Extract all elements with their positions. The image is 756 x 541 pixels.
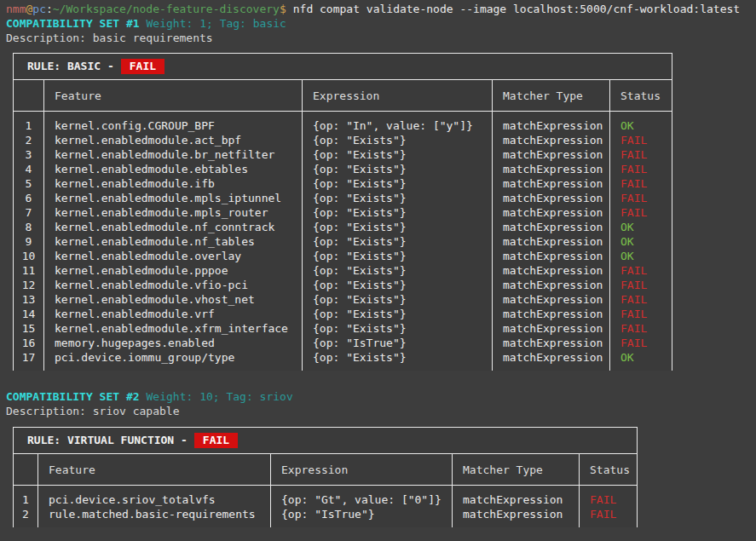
row-index: 12 (14, 278, 44, 292)
table-row: 8kernel.enabledmodule.nf_conntrack{op: "… (14, 220, 672, 234)
set1-heading: COMPATIBILITY SET #1Weight: 1; Tag: basi… (6, 16, 756, 31)
table-header-row: Feature Expression Matcher Type Status (14, 80, 672, 112)
col-header-status: Status (580, 454, 638, 486)
cell-expression: {op: "Exists"} (303, 162, 493, 176)
cell-expression: {op: "Exists"} (303, 133, 493, 147)
table-row: 11kernel.enabledmodule.pppoe{op: "Exists… (14, 263, 672, 278)
cell-matcher-type: matchExpression (493, 336, 610, 350)
cell-expression: {op: "Exists"} (303, 307, 493, 321)
table-row: 5kernel.enabledmodule.ifb{op: "Exists"}m… (14, 176, 672, 191)
row-index: 6 (14, 191, 44, 205)
set2-title: COMPATIBILITY SET #2 (6, 390, 140, 403)
table-row: 17pci.device.iommu_group/type{op: "Exist… (14, 350, 672, 371)
prompt-user: nmm (6, 3, 26, 15)
cell-feature: kernel.enabledmodule.overlay (44, 249, 303, 263)
prompt-separator: : (46, 3, 53, 15)
status-badge: FAIL (610, 292, 672, 307)
status-badge: FAIL (610, 263, 672, 278)
status-badge: FAIL (580, 486, 638, 508)
cell-feature: kernel.enabledmodule.vfio-pci (44, 278, 303, 292)
status-badge: FAIL (610, 147, 672, 162)
col-header-status: Status (610, 80, 672, 112)
cell-expression: {op: "Exists"} (303, 321, 493, 336)
cell-expression: {op: "Exists"} (303, 191, 493, 205)
cell-expression: {op: "Exists"} (303, 176, 493, 191)
cell-feature: kernel.enabledmodule.ebtables (44, 162, 303, 176)
rule-status-badge: FAIL (194, 433, 238, 448)
cell-matcher-type: matchExpression (493, 234, 610, 249)
col-header-index (14, 454, 38, 486)
cell-expression: {op: "Gt", value: ["0"]} (271, 486, 453, 508)
cell-feature: kernel.enabledmodule.mpls_iptunnel (44, 191, 303, 205)
rule-label: RULE: BASIC - (27, 60, 114, 72)
table-row: 10kernel.enabledmodule.overlay{op: "Exis… (14, 249, 672, 263)
status-badge: FAIL (610, 336, 672, 350)
rule-table-virtual-function: RULE: VIRTUAL FUNCTION -FAIL Feature Exp… (13, 427, 638, 527)
row-index: 13 (14, 292, 44, 307)
status-badge: FAIL (610, 321, 672, 336)
cell-feature: memory.hugepages.enabled (44, 336, 303, 350)
cell-feature: kernel.enabledmodule.vhost_net (44, 292, 303, 307)
status-badge: FAIL (580, 507, 638, 527)
row-index: 5 (14, 176, 44, 191)
prompt-dollar: $ (280, 3, 286, 15)
set2-description: Description: sriov capable (6, 404, 756, 418)
row-index: 4 (14, 162, 44, 176)
cell-matcher-type: matchExpression (493, 292, 610, 307)
cell-feature: kernel.config.CGROUP_BPF (44, 112, 303, 134)
rule-title-cell: RULE: VIRTUAL FUNCTION -FAIL (14, 428, 638, 454)
col-header-matcher-type: Matcher Type (453, 454, 580, 486)
cell-matcher-type: matchExpression (493, 350, 610, 371)
status-badge: OK (610, 112, 672, 134)
table-row: 12kernel.enabledmodule.vfio-pci{op: "Exi… (14, 278, 672, 292)
cell-matcher-type: matchExpression (493, 191, 610, 205)
cell-matcher-type: matchExpression (493, 205, 610, 220)
cell-feature: kernel.enabledmodule.pppoe (44, 263, 303, 278)
row-index: 9 (14, 234, 44, 249)
status-badge: FAIL (610, 278, 672, 292)
row-index: 15 (14, 321, 44, 336)
cell-matcher-type: matchExpression (493, 112, 610, 134)
row-index: 17 (14, 350, 44, 371)
cell-matcher-type: matchExpression (493, 263, 610, 278)
table-row: 2rule.matched.basic-requirements{op: "Is… (14, 507, 638, 527)
terminal[interactable]: nmm@pc:~/Workspace/node-feature-discover… (0, 0, 756, 541)
cell-matcher-type: matchExpression (493, 176, 610, 191)
table-row: 1pci.device.sriov_totalvfs{op: "Gt", val… (14, 486, 638, 508)
cell-matcher-type: matchExpression (453, 507, 580, 527)
rule-title-row: RULE: BASIC -FAIL (14, 54, 672, 80)
row-index: 14 (14, 307, 44, 321)
status-badge: FAIL (610, 162, 672, 176)
table-header-row: Feature Expression Matcher Type Status (14, 454, 638, 486)
cell-expression: {op: "Exists"} (303, 220, 493, 234)
status-badge: OK (610, 350, 672, 371)
table-row: 14kernel.enabledmodule.vrf{op: "Exists"}… (14, 307, 672, 321)
cell-feature: pci.device.sriov_totalvfs (38, 486, 271, 508)
row-index: 1 (14, 486, 38, 508)
cell-expression: {op: "Exists"} (303, 147, 493, 162)
col-header-feature: Feature (44, 80, 303, 112)
status-badge: OK (610, 220, 672, 234)
row-index: 1 (14, 112, 44, 134)
cell-feature: kernel.enabledmodule.nf_tables (44, 234, 303, 249)
table-row: 15kernel.enabledmodule.xfrm_interface{op… (14, 321, 672, 336)
rule-table-basic: RULE: BASIC -FAIL Feature Expression Mat… (13, 53, 672, 371)
cell-expression: {op: "IsTrue"} (303, 336, 493, 350)
status-badge: OK (610, 249, 672, 263)
row-index: 10 (14, 249, 44, 263)
cell-expression: {op: "Exists"} (303, 234, 493, 249)
cell-feature: kernel.enabledmodule.vrf (44, 307, 303, 321)
prompt-path: ~/Workspace/node-feature-discovery (53, 3, 280, 15)
set1-description: Description: basic requirements (6, 31, 756, 45)
cell-feature: kernel.enabledmodule.ifb (44, 176, 303, 191)
rule-title-cell: RULE: BASIC -FAIL (14, 54, 672, 80)
set2-meta: Weight: 10; Tag: sriov (147, 390, 293, 403)
row-index: 2 (14, 507, 38, 527)
cell-matcher-type: matchExpression (493, 162, 610, 176)
cell-feature: kernel.enabledmodule.mpls_router (44, 205, 303, 220)
col-header-expression: Expression (271, 454, 453, 486)
cell-matcher-type: matchExpression (493, 278, 610, 292)
col-header-feature: Feature (38, 454, 271, 486)
table-row: 2kernel.enabledmodule.act_bpf{op: "Exist… (14, 133, 672, 147)
set2-heading: COMPATIBILITY SET #2Weight: 10; Tag: sri… (6, 389, 756, 404)
